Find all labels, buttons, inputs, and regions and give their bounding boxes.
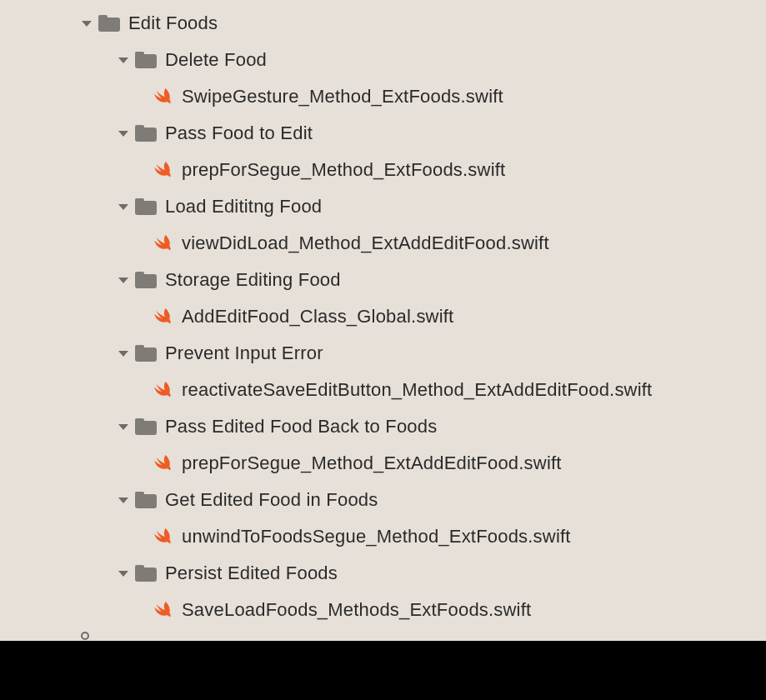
- swift-file-icon: [153, 307, 173, 327]
- file-label: prepForSegue_Method_ExtFoods.swift: [182, 159, 505, 181]
- file-label: AddEditFood_Class_Global.swift: [182, 306, 453, 328]
- folder-label: Edit Foods: [128, 12, 218, 34]
- chevron-down-icon[interactable]: [117, 273, 130, 287]
- bottom-black-bar: [0, 641, 766, 700]
- tree-file-row[interactable]: SwipeGesture_Method_ExtFoods.swift: [0, 78, 766, 115]
- tree-file-row[interactable]: prepForSegue_Method_ExtFoods.swift: [0, 152, 766, 188]
- folder-icon: [135, 345, 157, 362]
- swift-file-icon: [153, 600, 173, 620]
- folder-icon: [135, 492, 157, 508]
- folder-label: Delete Food: [165, 49, 267, 71]
- file-label: prepForSegue_Method_ExtAddEditFood.swift: [182, 452, 562, 474]
- tree-folder-row[interactable]: Persist Edited Foods: [0, 555, 766, 592]
- folder-icon: [135, 418, 157, 435]
- tree-file-row[interactable]: unwindToFoodsSegue_Method_ExtFoods.swift: [0, 518, 766, 555]
- tree-folder-row[interactable]: Storage Editing Food: [0, 262, 766, 298]
- folder-icon: [135, 52, 157, 68]
- folder-icon: [135, 125, 157, 142]
- tree-file-row[interactable]: prepForSegue_Method_ExtAddEditFood.swift: [0, 445, 766, 482]
- chevron-down-icon[interactable]: [117, 200, 130, 213]
- folder-label: Prevent Input Error: [165, 342, 323, 364]
- tree-folder-row[interactable]: Delete Food: [0, 42, 766, 78]
- folder-label: Persist Edited Foods: [165, 562, 338, 584]
- folder-icon: [135, 565, 157, 582]
- tree-folder-row-root[interactable]: Edit Foods: [0, 5, 766, 42]
- chevron-down-icon[interactable]: [117, 420, 130, 433]
- tree-folder-row[interactable]: Get Edited Food in Foods: [0, 482, 766, 518]
- file-label: SaveLoadFoods_Methods_ExtFoods.swift: [182, 599, 531, 621]
- file-label: SwipeGesture_Method_ExtFoods.swift: [182, 86, 503, 108]
- tree-folder-row[interactable]: Pass Edited Food Back to Foods: [0, 408, 766, 445]
- chevron-down-icon[interactable]: [117, 127, 130, 140]
- chevron-down-icon[interactable]: [80, 17, 93, 30]
- chevron-down-icon[interactable]: [117, 493, 130, 507]
- chevron-down-icon[interactable]: [117, 567, 130, 580]
- folder-label: Get Edited Food in Foods: [165, 489, 378, 511]
- tree-file-row[interactable]: AddEditFood_Class_Global.swift: [0, 298, 766, 335]
- file-label: unwindToFoodsSegue_Method_ExtFoods.swift: [182, 526, 571, 548]
- swift-file-icon: [153, 453, 173, 473]
- chevron-down-icon[interactable]: [117, 53, 130, 67]
- file-label: reactivateSaveEditButton_Method_ExtAddEd…: [182, 379, 652, 401]
- swift-file-icon: [153, 87, 173, 107]
- tree-file-row[interactable]: reactivateSaveEditButton_Method_ExtAddEd…: [0, 372, 766, 408]
- folder-label: Storage Editing Food: [165, 269, 341, 291]
- folder-label: Pass Food to Edit: [165, 122, 313, 144]
- tree-file-row[interactable]: viewDidLoad_Method_ExtAddEditFood.swift: [0, 225, 766, 262]
- tree-folder-row[interactable]: Prevent Input Error: [0, 335, 766, 372]
- swift-file-icon: [153, 527, 173, 547]
- folder-icon: [135, 198, 157, 215]
- folder-label: Pass Edited Food Back to Foods: [165, 416, 437, 438]
- swift-file-icon: [153, 160, 173, 180]
- file-label: viewDidLoad_Method_ExtAddEditFood.swift: [182, 232, 549, 254]
- folder-icon: [135, 272, 157, 288]
- partial-row-indicator: [81, 632, 89, 640]
- folder-label: Load Edititng Food: [165, 196, 322, 218]
- swift-file-icon: [153, 233, 173, 253]
- tree-folder-row[interactable]: Load Edititng Food: [0, 188, 766, 225]
- tree-file-row[interactable]: SaveLoadFoods_Methods_ExtFoods.swift: [0, 592, 766, 628]
- tree-folder-row[interactable]: Pass Food to Edit: [0, 115, 766, 152]
- swift-file-icon: [153, 380, 173, 400]
- folder-icon: [98, 15, 120, 32]
- file-tree: Edit Foods Delete Food SwipeGesture_Meth…: [0, 0, 766, 628]
- chevron-down-icon[interactable]: [117, 347, 130, 360]
